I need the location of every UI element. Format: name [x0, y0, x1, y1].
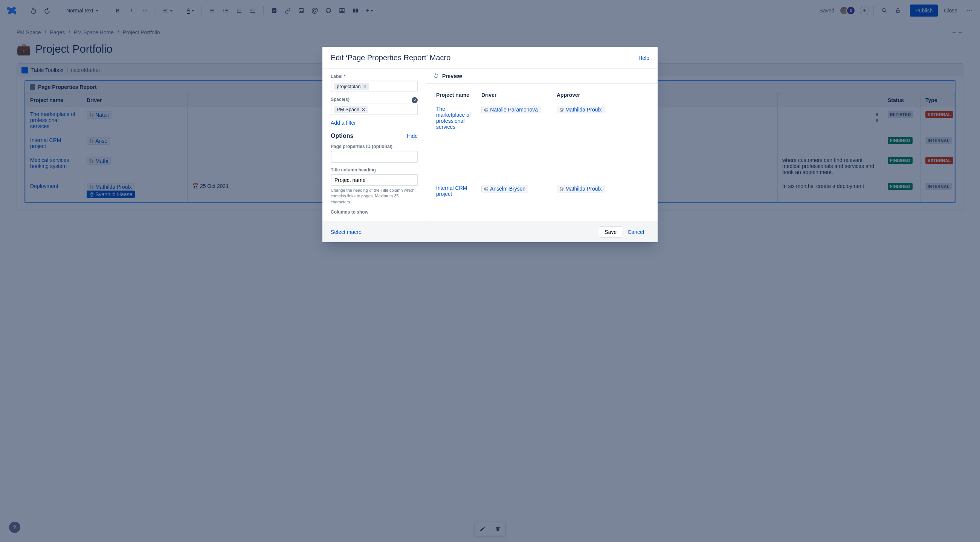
- preview-row: Internal CRM project Anselm Bryson Mathi…: [433, 181, 651, 201]
- label-input[interactable]: projectplan ✕: [331, 81, 418, 92]
- remove-tag-icon[interactable]: ✕: [361, 107, 366, 112]
- modal-footer: Select macro Save Cancel: [322, 221, 658, 242]
- user-mention[interactable]: Mathilda Proulx: [557, 106, 605, 113]
- modal-title: Edit ‘Page Properties Report’ Macro: [331, 54, 450, 62]
- modal-form-pane: Label * projectplan ✕ Space(s) ✕: [322, 68, 426, 221]
- edit-macro-modal: Edit ‘Page Properties Report’ Macro Help…: [322, 47, 658, 242]
- preview-row: The marketplace of professional services…: [433, 102, 651, 181]
- page-properties-id-input[interactable]: [331, 151, 418, 163]
- tag-text: PM Space: [337, 106, 359, 112]
- project-link[interactable]: The marketplace of professional services: [436, 106, 471, 130]
- project-link[interactable]: Internal CRM project: [436, 185, 467, 197]
- options-header: Options Hide: [331, 133, 418, 139]
- help-link[interactable]: Help: [638, 55, 649, 61]
- hide-options-link[interactable]: Hide: [407, 133, 418, 139]
- clear-field-icon[interactable]: ✕: [412, 97, 418, 103]
- page-properties-id-field: Page properties ID (optional): [331, 144, 418, 163]
- user-mention[interactable]: Natalie Paramonova: [481, 106, 541, 113]
- preview-column-header: Driver: [478, 88, 554, 102]
- modal-preview-pane: Preview Project name Driver Approver: [426, 68, 658, 221]
- cancel-button[interactable]: Cancel: [622, 227, 649, 237]
- preview-header: Preview: [426, 68, 658, 84]
- title-column-heading-field: Title column heading Change the heading …: [331, 167, 418, 205]
- modal-overlay: Edit ‘Page Properties Report’ Macro Help…: [0, 0, 980, 542]
- preview-table: Project name Driver Approver The marketp…: [433, 88, 651, 201]
- field-label: Label *: [331, 74, 418, 79]
- save-button[interactable]: Save: [599, 226, 622, 238]
- label-tag: projectplan ✕: [334, 83, 369, 90]
- field-hint: Change the heading of the Title column w…: [331, 188, 418, 205]
- select-macro-link[interactable]: Select macro: [331, 229, 361, 235]
- preview-column-header: Approver: [554, 88, 651, 102]
- add-filter-link[interactable]: Add a filter: [331, 120, 418, 126]
- tag-text: projectplan: [337, 84, 361, 89]
- label-field: Label * projectplan ✕: [331, 74, 418, 92]
- field-label: Columns to show: [331, 210, 418, 215]
- refresh-icon[interactable]: [433, 72, 439, 79]
- space-field: Space(s) ✕ PM Space ✕: [331, 97, 418, 115]
- field-label: Space(s): [331, 97, 350, 102]
- space-tag: PM Space ✕: [334, 106, 368, 113]
- preview-title: Preview: [442, 73, 462, 79]
- columns-to-show-field: Columns to show: [331, 210, 418, 216]
- remove-tag-icon[interactable]: ✕: [362, 84, 368, 89]
- options-title: Options: [331, 133, 353, 139]
- user-mention[interactable]: Mathilda Proulx: [557, 185, 605, 192]
- modal-header: Edit ‘Page Properties Report’ Macro Help: [322, 47, 658, 68]
- user-mention[interactable]: Anselm Bryson: [481, 185, 528, 192]
- preview-column-header: Project name: [433, 88, 478, 102]
- field-label: Page properties ID (optional): [331, 144, 418, 149]
- space-input[interactable]: PM Space ✕: [331, 103, 418, 115]
- title-column-heading-input[interactable]: [331, 174, 418, 186]
- field-label: Title column heading: [331, 167, 418, 173]
